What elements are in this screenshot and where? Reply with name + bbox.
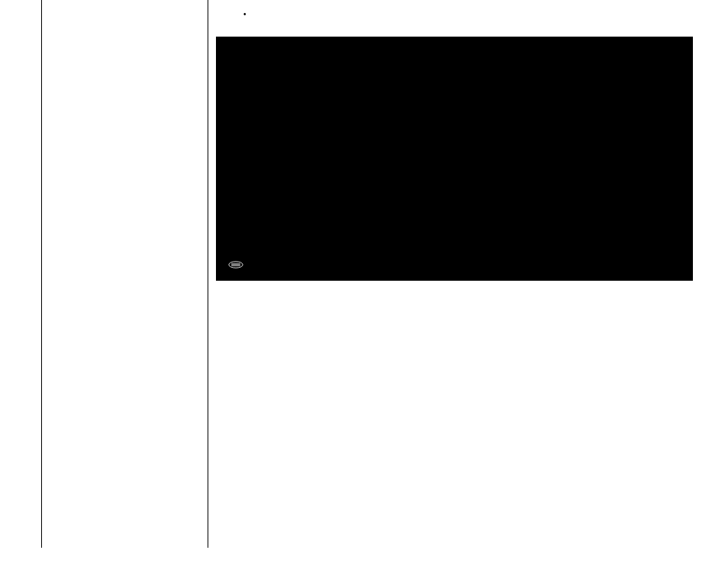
- osd-footer: [216, 250, 693, 281]
- svg-rect-1: [231, 262, 240, 265]
- bullet-dot-icon: •: [243, 9, 246, 20]
- feature-content-column: •: [208, 0, 728, 548]
- osd-screenshot: [216, 37, 693, 281]
- feature-label-column: [42, 0, 208, 548]
- osd-title-bar: [216, 37, 693, 60]
- ypbpr-bullet: •: [243, 9, 719, 20]
- manual-page: •: [0, 0, 728, 548]
- page-gutter: [0, 0, 42, 548]
- osd-panel: [216, 37, 693, 281]
- resolution-icon: [228, 257, 243, 275]
